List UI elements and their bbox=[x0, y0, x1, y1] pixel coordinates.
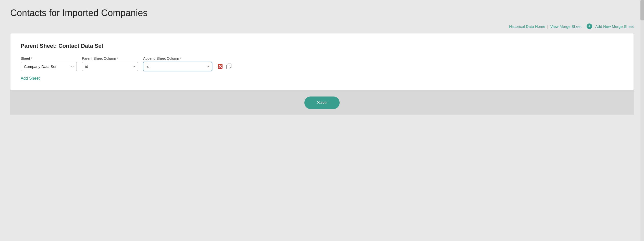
save-button[interactable]: Save bbox=[304, 97, 339, 109]
append-column-select[interactable]: id bbox=[143, 62, 212, 71]
add-sheet-row: Add Sheet bbox=[21, 76, 623, 81]
add-sheet-link[interactable]: Add Sheet bbox=[21, 76, 40, 80]
page-container: Contacts for Imported Companies Historic… bbox=[0, 0, 644, 125]
scroll-track[interactable] bbox=[640, 0, 644, 241]
parent-column-form-group: Parent Sheet Column * id bbox=[82, 56, 138, 71]
separator-1: | bbox=[547, 24, 548, 29]
historical-data-home-link[interactable]: Historical Data Home bbox=[509, 24, 545, 29]
separator-2: | bbox=[584, 24, 585, 29]
footer-bar: Save bbox=[10, 90, 634, 115]
main-card: Parent Sheet: Contact Data Set Sheet * C… bbox=[10, 33, 634, 90]
add-new-merge-sheet-link[interactable]: Add New Merge Sheet bbox=[595, 24, 634, 29]
append-column-form-group: Append Sheet Column * id bbox=[143, 56, 212, 71]
top-nav: Historical Data Home | View Merge Sheet … bbox=[10, 23, 634, 29]
form-row: Sheet * Company Data Set Parent Sheet Co… bbox=[21, 56, 623, 71]
action-icons bbox=[217, 63, 232, 71]
parent-column-label: Parent Sheet Column * bbox=[82, 56, 138, 61]
sheet-form-group: Sheet * Company Data Set bbox=[21, 56, 77, 71]
sheet-select[interactable]: Company Data Set bbox=[21, 62, 77, 71]
parent-column-select[interactable]: id bbox=[82, 62, 138, 71]
page-title: Contacts for Imported Companies bbox=[10, 8, 634, 18]
copy-icon[interactable] bbox=[226, 63, 232, 69]
svg-rect-4 bbox=[227, 65, 230, 69]
append-column-label: Append Sheet Column * bbox=[143, 56, 212, 61]
view-merge-sheet-link[interactable]: View Merge Sheet bbox=[550, 24, 581, 29]
add-new-icon: + bbox=[587, 23, 592, 29]
delete-icon[interactable] bbox=[217, 63, 223, 69]
section-title: Parent Sheet: Contact Data Set bbox=[21, 43, 623, 49]
sheet-label: Sheet * bbox=[21, 56, 77, 61]
scroll-thumb bbox=[640, 0, 644, 20]
